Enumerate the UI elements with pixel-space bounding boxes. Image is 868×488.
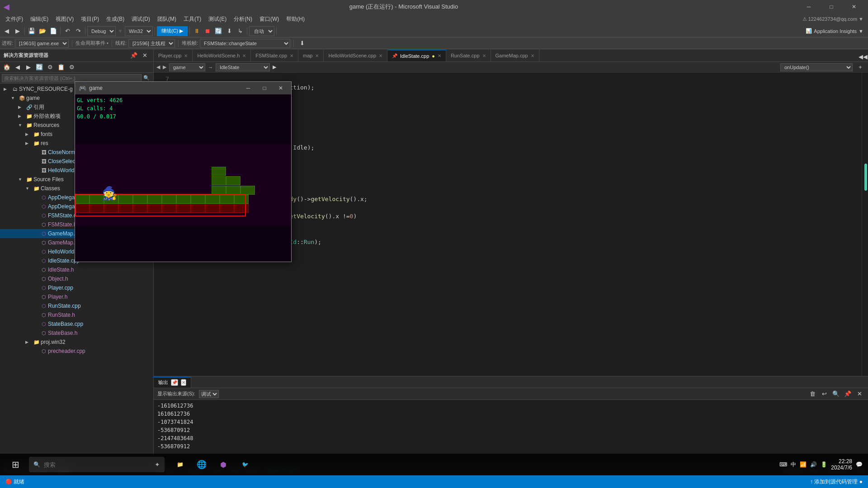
platform-dropdown[interactable]: Win32 <box>125 26 153 36</box>
process-dropdown[interactable]: [19616] game.exe <box>15 39 69 48</box>
menu-analyze[interactable]: 分析(N) <box>230 14 256 24</box>
tab-hwscene-cpp[interactable]: HelloWorldScene.cpp ✕ <box>324 50 387 61</box>
tray-clock[interactable]: 22:28 2024/7/6 <box>831 458 852 471</box>
taskbar-app2[interactable]: 🐦 <box>235 455 255 474</box>
tree-runstate-cpp[interactable]: ⬡ RunState.cpp <box>0 301 153 310</box>
tb-stop[interactable]: ⏹ <box>203 26 212 36</box>
menu-view[interactable]: 视图(V) <box>52 14 77 24</box>
output-tab[interactable]: 输出 📌 ✕ <box>154 377 191 388</box>
menu-file[interactable]: 文件(F) <box>2 14 27 24</box>
tb-pause[interactable]: ⏸ <box>192 26 202 36</box>
output-find[interactable]: 🔍 <box>831 389 841 399</box>
taskbar-vs-icon[interactable]: ⬢ <box>213 455 233 474</box>
tb-stepover[interactable]: ⬇ <box>224 26 234 36</box>
tb-back[interactable]: ◀ <box>2 26 12 36</box>
taskbar-windows-button[interactable]: ⊞ <box>5 455 25 474</box>
menu-help[interactable]: 帮助(H) <box>283 14 308 24</box>
user-account[interactable]: ⚠ 1224623734@qq.com ▼ <box>800 16 866 22</box>
se-search-input[interactable] <box>2 74 142 82</box>
game-canvas[interactable]: 🧙 GL verts: 4626 GL calls: 4 60.0 / 0.01… <box>75 94 291 262</box>
tb-stepinto[interactable]: ↳ <box>235 26 245 36</box>
menu-debug[interactable]: 调试(D) <box>128 14 154 24</box>
debug-mode-dropdown[interactable]: Debug <box>87 26 116 36</box>
output-clear[interactable]: 🗑 <box>807 389 817 399</box>
output-tab-close[interactable]: ✕ <box>181 379 186 386</box>
tree-precheader[interactable]: ⬡ precheader.cpp <box>0 347 153 356</box>
thread-dropdown[interactable]: [21596] 主线程 <box>128 39 175 48</box>
continue-button[interactable]: 继续(C) ▶ <box>157 26 188 36</box>
tree-statebase-cpp[interactable]: ⬡ StateBase.cpp <box>0 319 153 328</box>
se-home[interactable]: 🏠 <box>2 62 12 72</box>
taskbar-files[interactable]: 📁 <box>170 455 190 474</box>
nav-method-dropdown[interactable]: onUpdate() <box>780 63 853 71</box>
tree-runstate-h[interactable]: ⬡ RunState.h <box>0 310 153 319</box>
nav-class-dropdown[interactable]: IdleState <box>216 63 270 71</box>
tree-object-h[interactable]: ⬡ Object.h <box>0 274 153 283</box>
tab-helloworldscene-h[interactable]: HelloWorldScene.h ✕ <box>193 50 251 61</box>
scroll-thumb[interactable] <box>864 164 867 191</box>
tab-hwscene-h-close[interactable]: ✕ <box>242 53 246 58</box>
tab-gamemap-cpp[interactable]: GameMap.cpp ✕ <box>491 50 539 61</box>
stackframe-dropdown[interactable]: FSMState::changeState <box>200 39 290 48</box>
menu-project[interactable]: 项目(P) <box>77 14 103 24</box>
se-forward[interactable]: ▶ <box>24 62 33 72</box>
output-source-dropdown[interactable]: 调试 <box>199 390 219 398</box>
tab-scroll-left[interactable]: ◀◀ <box>858 52 868 61</box>
tab-player-cpp-close[interactable]: ✕ <box>184 53 188 58</box>
tab-fsmstate-cpp[interactable]: FSMState.cpp ✕ <box>251 50 298 61</box>
tb-forward[interactable]: ▶ <box>13 26 23 36</box>
tree-idlestate-h[interactable]: ⬡ IdleState.h <box>0 265 153 274</box>
nav-add-icon[interactable]: + <box>855 62 865 72</box>
tb-save[interactable]: 💾 <box>27 26 37 36</box>
tab-idlestate-cpp-close[interactable]: ✕ <box>438 53 441 58</box>
tree-projwin32[interactable]: ▶ 📁 proj.win32 <box>0 338 153 347</box>
tab-runsate-cpp[interactable]: RunSate.cpp ✕ <box>446 50 491 61</box>
tb-new[interactable]: 📄 <box>48 26 58 36</box>
tab-map-close[interactable]: ✕ <box>315 53 319 58</box>
se-all-files[interactable]: 📋 <box>56 62 66 72</box>
close-button[interactable]: ✕ <box>844 0 864 14</box>
lifecycle-events[interactable]: 生命周期事件 • <box>75 40 108 47</box>
tab-player-cpp[interactable]: Player.cpp ✕ <box>154 50 193 61</box>
menu-edit[interactable]: 编辑(E) <box>27 14 52 24</box>
se-props[interactable]: ⚙ <box>67 62 77 72</box>
menu-test[interactable]: 测试(E) <box>205 14 230 24</box>
output-pin[interactable]: 📌 <box>843 389 853 399</box>
se-filter[interactable]: ⚙ <box>45 62 55 72</box>
scroll-bar[interactable] <box>862 73 868 376</box>
tb-restart[interactable]: 🔄 <box>213 26 223 36</box>
minimize-button[interactable]: ─ <box>798 0 819 14</box>
menu-tools[interactable]: 工具(T) <box>180 14 205 24</box>
tab-map[interactable]: map ✕ <box>298 50 324 61</box>
game-maximize-button[interactable]: □ <box>258 83 271 93</box>
tray-notification-icon[interactable]: 💬 <box>856 461 863 468</box>
output-wrap[interactable]: ↩ <box>819 389 829 399</box>
output-tab-pin[interactable]: 📌 <box>171 379 178 386</box>
tb-undo[interactable]: ↶ <box>62 26 72 36</box>
nav-file-dropdown[interactable]: game <box>169 63 205 71</box>
game-minimize-button[interactable]: ─ <box>241 83 255 93</box>
tab-fsmstate-cpp-close[interactable]: ✕ <box>290 53 293 58</box>
tab-hwscene-cpp-close[interactable]: ✕ <box>379 53 382 58</box>
tree-player-cpp[interactable]: ⬡ Player.cpp <box>0 283 153 292</box>
maximize-button[interactable]: □ <box>821 0 842 14</box>
taskbar-search[interactable]: 🔍 ✦ <box>29 457 165 472</box>
tab-gamemap-cpp-close[interactable]: ✕ <box>531 53 534 58</box>
tb-redo[interactable]: ↷ <box>73 26 83 36</box>
se-pin[interactable]: 📌 <box>129 51 139 61</box>
se-back[interactable]: ◀ <box>13 62 23 72</box>
se-close[interactable]: ✕ <box>140 51 150 61</box>
tab-runsate-cpp-close[interactable]: ✕ <box>482 53 486 58</box>
status-add-source[interactable]: ↑ 添加到源代码管理 ● <box>808 478 864 486</box>
taskbar-edge[interactable]: 🌐 <box>192 455 212 474</box>
tree-statebase-h[interactable]: ⬡ StateBase.h <box>0 328 153 338</box>
nav-forward-icon[interactable]: ▶ <box>163 64 166 70</box>
menu-window[interactable]: 窗口(W) <box>256 14 283 24</box>
tb2-extra[interactable]: ⬇ <box>297 38 307 48</box>
status-ready[interactable]: 🔴 就绪 <box>4 478 26 486</box>
app-insights-button[interactable]: 📊 Application Insights ▼ <box>803 28 866 34</box>
menu-build[interactable]: 生成(B) <box>103 14 128 24</box>
se-sync[interactable]: 🔄 <box>34 62 44 72</box>
tb-open[interactable]: 📂 <box>38 26 47 36</box>
nav-back-icon[interactable]: ◀ <box>156 64 160 70</box>
